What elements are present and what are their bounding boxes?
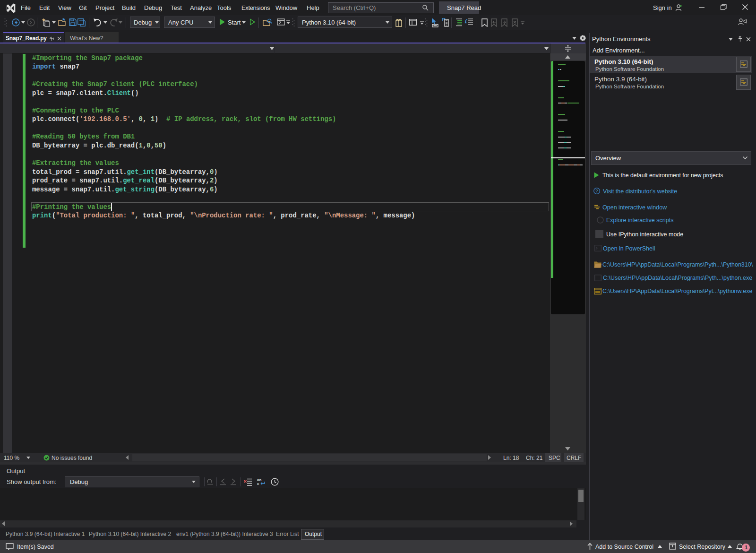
svg-text:?: ? <box>595 189 598 193</box>
svg-text:c: c <box>257 482 259 486</box>
